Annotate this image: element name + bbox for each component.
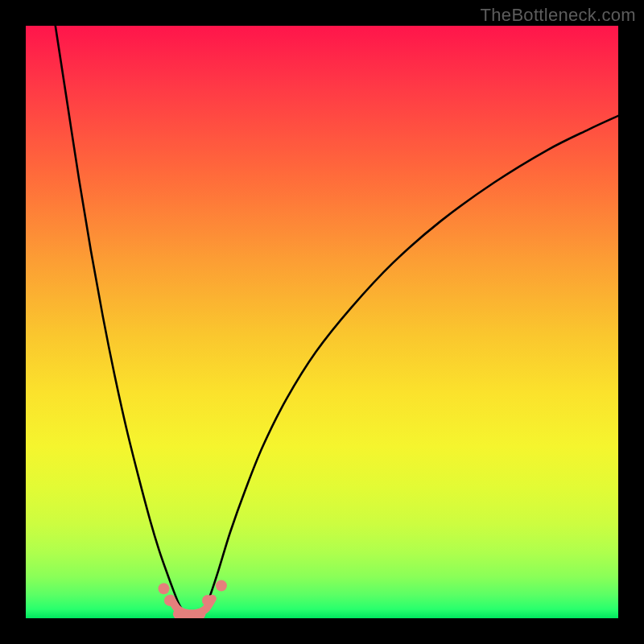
plot-area [26,26,618,618]
marker-dot [202,595,213,606]
marker-dot [164,595,175,606]
marker-dot [216,580,227,592]
chart-stage: TheBottleneck.com [0,0,644,644]
marker-dot [158,583,169,594]
bottom-markers [158,580,226,618]
left-curve [56,26,184,613]
watermark-text: TheBottleneck.com [481,5,636,26]
curve-layer [26,26,618,618]
right-curve [204,116,618,613]
